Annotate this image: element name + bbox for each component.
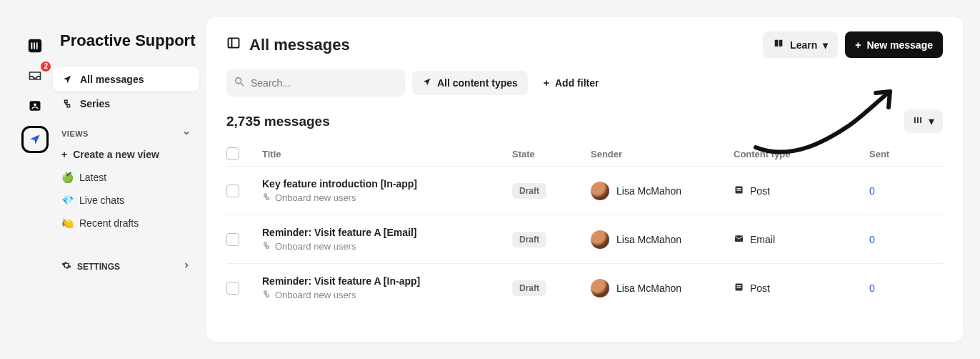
col-title: Title	[262, 149, 505, 159]
sent-count[interactable]: 0	[869, 282, 919, 294]
caret-down-icon: ▾	[823, 39, 828, 51]
post-icon	[734, 185, 744, 197]
row-series: Onboard new users	[275, 290, 356, 300]
lemon-icon: 🍋	[61, 217, 74, 229]
plus-icon: +	[855, 39, 861, 51]
col-sender: Sender	[591, 149, 726, 159]
message-count: 2,735 messages	[226, 114, 330, 129]
table-row[interactable]: Reminder: Visit feature A [In-app] Onboa…	[226, 263, 943, 312]
state-pill: Draft	[512, 183, 546, 199]
series-icon	[262, 290, 271, 300]
search-icon	[234, 76, 245, 90]
sidebar-view-latest[interactable]: 🍏 Latest	[53, 166, 199, 189]
avatar	[591, 230, 609, 249]
row-series: Onboard new users	[275, 241, 356, 252]
search-input-wrap[interactable]	[226, 69, 405, 97]
svg-rect-18	[736, 285, 741, 286]
add-filter-button[interactable]: + Add filter	[535, 71, 608, 95]
col-state: State	[512, 149, 584, 159]
series-icon	[262, 192, 271, 203]
diamond-icon: 💎	[61, 195, 74, 206]
svg-line-9	[241, 83, 244, 86]
sidebar-views-heading[interactable]: VIEWS	[53, 116, 199, 143]
row-checkbox[interactable]	[226, 282, 239, 295]
rail-inbox[interactable]: 2	[25, 66, 45, 86]
sidebar-settings[interactable]: SETTINGS	[53, 253, 199, 280]
plus-icon: +	[61, 149, 67, 160]
sender-name: Lisa McMahon	[616, 282, 681, 294]
paper-plane-icon	[422, 77, 431, 89]
table-row[interactable]: Reminder: Visit feature A [Email] Onboar…	[226, 215, 943, 263]
chevron-right-icon	[182, 261, 191, 272]
content-type-label: Email	[750, 234, 775, 245]
sent-count[interactable]: 0	[869, 234, 919, 245]
svg-point-5	[34, 104, 36, 107]
avatar	[591, 182, 609, 200]
avatar	[591, 279, 609, 297]
sidebar-create-view[interactable]: + Create a new view	[53, 143, 199, 166]
row-title: Reminder: Visit feature A [In-app]	[262, 275, 505, 287]
svg-rect-6	[229, 38, 239, 47]
rail-inbox-badge: 2	[41, 62, 51, 72]
book-icon	[773, 38, 784, 51]
row-title: Key feature introduction [In-app]	[262, 178, 505, 190]
columns-button[interactable]: ▾	[904, 109, 943, 133]
sender-name: Lisa McMahon	[616, 234, 681, 245]
series-icon	[262, 241, 271, 252]
nav-rail: 2	[17, 17, 53, 342]
svg-rect-15	[736, 190, 741, 190]
content-type-label: Post	[750, 185, 770, 197]
series-icon	[61, 98, 73, 109]
svg-point-8	[236, 78, 241, 84]
main-panel: All messages Learn ▾ + New message	[206, 17, 963, 342]
chevron-down-icon	[182, 129, 191, 139]
sidebar-item-series[interactable]: Series	[53, 92, 199, 116]
email-icon	[734, 233, 744, 246]
svg-rect-16	[735, 235, 743, 242]
state-pill: Draft	[512, 280, 546, 296]
row-checkbox[interactable]	[226, 233, 239, 246]
rail-contacts[interactable]	[25, 96, 45, 116]
learn-button[interactable]: Learn ▾	[763, 31, 838, 58]
plus-icon: +	[544, 77, 549, 89]
select-all-checkbox[interactable]	[226, 147, 239, 160]
sidebar-item-label: Series	[80, 98, 110, 109]
columns-icon	[913, 115, 923, 128]
svg-rect-19	[736, 287, 741, 287]
gear-icon	[61, 260, 71, 272]
sent-count[interactable]: 0	[869, 185, 919, 197]
attention-arrow-icon	[749, 83, 906, 169]
filter-content-types[interactable]: All content types	[412, 71, 528, 95]
panel-icon	[226, 36, 241, 54]
paper-plane-icon	[61, 74, 73, 85]
search-input[interactable]	[251, 77, 398, 89]
row-checkbox[interactable]	[226, 185, 239, 197]
apple-icon: 🍏	[61, 172, 74, 183]
table-row[interactable]: Key feature introduction [In-app] Onboar…	[226, 166, 943, 215]
sender-name: Lisa McMahon	[616, 185, 681, 197]
caret-down-icon: ▾	[929, 114, 934, 128]
rail-outbound-selected[interactable]	[21, 126, 49, 153]
row-title: Reminder: Visit feature A [Email]	[262, 227, 505, 238]
sidebar-title: Proactive Support	[60, 31, 199, 50]
sidebar: Proactive Support All messages Series VI…	[53, 17, 206, 342]
content-type-label: Post	[750, 282, 770, 294]
svg-rect-14	[736, 188, 741, 189]
sidebar-item-label: All messages	[80, 74, 144, 85]
row-series: Onboard new users	[275, 192, 356, 203]
post-icon	[734, 282, 744, 295]
state-pill: Draft	[512, 232, 546, 247]
sidebar-item-all-messages[interactable]: All messages	[53, 67, 199, 92]
new-message-button[interactable]: + New message	[845, 31, 943, 58]
sidebar-view-live-chats[interactable]: 💎 Live chats	[53, 189, 199, 212]
page-title: All messages	[249, 36, 350, 54]
sidebar-view-recent-drafts[interactable]: 🍋 Recent drafts	[53, 212, 199, 235]
rail-logo[interactable]	[25, 36, 45, 56]
